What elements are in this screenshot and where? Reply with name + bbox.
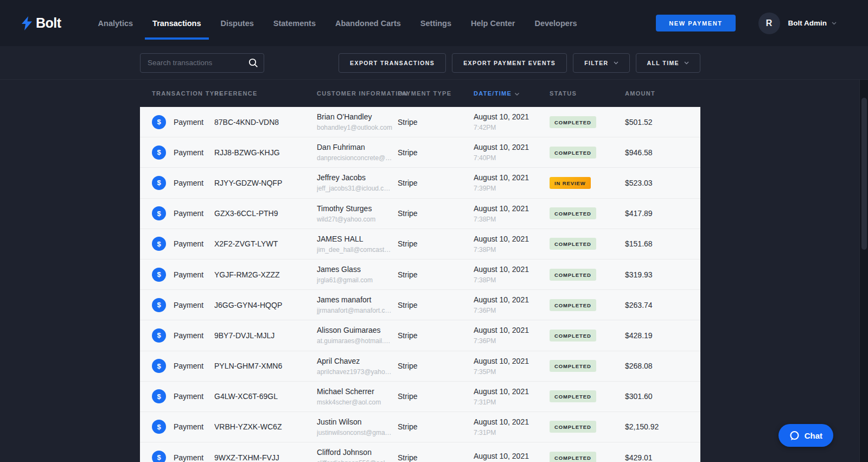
chevron-down-icon <box>684 61 689 65</box>
nav-item-statements[interactable]: Statements <box>273 0 316 46</box>
transaction-date: August 10, 2021 <box>474 326 544 334</box>
reference-code: RJYY-GDZW-NQFP <box>214 179 317 187</box>
transaction-date: August 10, 2021 <box>474 387 544 396</box>
status-badge: COMPLETED <box>550 360 596 372</box>
status-badge: IN REVIEW <box>550 177 591 189</box>
column-header-reference[interactable]: REFERENCE <box>214 90 317 97</box>
reference-code: X2F2-ZVGT-LYWT <box>214 239 317 248</box>
column-header-status[interactable]: STATUS <box>550 90 625 97</box>
customer-name: Alisson Guimaraes <box>317 326 392 334</box>
filter-button[interactable]: FILTER <box>573 53 629 73</box>
export-payment-events-button[interactable]: EXPORT PAYMENT EVENTS <box>452 53 567 73</box>
customer-email: bohandley1@outlook.com <box>317 124 392 131</box>
payment-dollar-icon: $ <box>152 328 166 343</box>
payment-dollar-icon: $ <box>152 389 166 403</box>
customer-email: jeff_jacobs31@icloud.com <box>317 185 392 192</box>
transaction-time: 7:42PM <box>474 124 544 131</box>
table-row[interactable]: $ Payment PYLN-GHM7-XMN6 April Chavez ap… <box>140 351 700 382</box>
scrollbar-thumb[interactable] <box>861 98 867 250</box>
chevron-down-icon <box>832 22 837 25</box>
amount: $151.68 <box>625 239 700 248</box>
sort-chevron-icon <box>515 93 519 96</box>
avatar[interactable]: R <box>758 12 780 34</box>
transaction-type: Payment <box>174 331 203 340</box>
status-badge: COMPLETED <box>550 299 596 311</box>
table-row[interactable]: $ Payment 9BY7-DVJL-MJLJ Alisson Guimara… <box>140 320 700 351</box>
transaction-date: August 10, 2021 <box>474 452 544 460</box>
customer-name: James manafort <box>317 295 392 304</box>
customer-name: Michael Scherrer <box>317 387 392 396</box>
reference-code: J6GG-GYN4-HQQP <box>214 301 317 309</box>
column-header-transaction-type[interactable]: TRANSACTION TYPE <box>152 90 214 97</box>
column-header-date-time[interactable]: DATE/TIME <box>474 90 550 97</box>
nav-item-settings[interactable]: Settings <box>420 0 451 46</box>
table-row[interactable]: $ Payment X2F2-ZVGT-LYWT JAMES HALL jim_… <box>140 229 700 260</box>
transaction-type: Payment <box>174 239 203 248</box>
column-header-payment-type[interactable]: PAYMENT TYPE <box>398 90 474 97</box>
customer-name: James Glass <box>317 265 392 274</box>
column-header-label: DATE/TIME <box>474 90 512 97</box>
status-badge: COMPLETED <box>550 238 596 250</box>
nav-item-developers[interactable]: Developers <box>534 0 577 46</box>
payment-type: Stripe <box>398 301 474 309</box>
payment-dollar-icon: $ <box>152 268 166 282</box>
nav-item-disputes[interactable]: Disputes <box>221 0 254 46</box>
status-badge: COMPLETED <box>550 421 596 433</box>
user-menu[interactable]: Bolt Admin <box>788 19 837 27</box>
all-time-button[interactable]: ALL TIME <box>636 53 700 73</box>
chat-button[interactable]: Chat <box>778 424 833 447</box>
reference-code: GZX3-6CCL-PTH9 <box>214 209 317 218</box>
search-box <box>140 53 264 73</box>
bolt-logo[interactable]: Bolt <box>22 15 61 31</box>
nav-item-transactions[interactable]: Transactions <box>152 0 201 46</box>
new-payment-button[interactable]: NEW PAYMENT <box>656 15 735 31</box>
nav-item-help-center[interactable]: Help Center <box>471 0 515 46</box>
customer-email: jjrmanafort@manafort.co... <box>317 307 392 314</box>
amount: $523.03 <box>625 179 700 187</box>
table-row[interactable]: $ Payment J6GG-GYN4-HQQP James manafort … <box>140 290 700 320</box>
payment-dollar-icon: $ <box>152 176 166 190</box>
reference-code: 9BY7-DVJL-MJLJ <box>214 331 317 340</box>
payment-type: Stripe <box>398 392 474 401</box>
payment-type: Stripe <box>398 362 474 370</box>
amount: $417.89 <box>625 209 700 218</box>
table-row[interactable]: $ Payment VRBH-YZXK-WC6Z Justin Wilson j… <box>140 412 700 442</box>
table-row[interactable]: $ Payment G4LW-XC6T-69GL Michael Scherre… <box>140 382 700 412</box>
reference-code: 87BC-4KND-VDN8 <box>214 118 317 126</box>
column-header-label: CUSTOMER INFORMATION <box>317 90 409 97</box>
table-row[interactable]: $ Payment RJYY-GDZW-NQFP Jeffrey Jacobs … <box>140 168 700 198</box>
search-input[interactable] <box>140 53 264 73</box>
customer-name: JAMES HALL <box>317 235 392 243</box>
transaction-date: August 10, 2021 <box>474 204 544 213</box>
table-row[interactable]: $ Payment GZX3-6CCL-PTH9 Timothy Sturges… <box>140 199 700 229</box>
amount: $263.74 <box>625 301 700 309</box>
column-header-amount[interactable]: AMOUNT <box>625 90 700 97</box>
search-icon[interactable] <box>248 58 258 68</box>
reference-code: RJJ8-BZWG-KHJG <box>214 148 317 157</box>
scrollbar[interactable] <box>859 80 868 462</box>
column-header-label: AMOUNT <box>625 90 655 97</box>
export-transactions-button[interactable]: EXPORT TRANSACTIONS <box>339 53 446 73</box>
table-row[interactable]: $ Payment YGJF-RM2G-XZZZ James Glass jrg… <box>140 260 700 290</box>
all-time-label: ALL TIME <box>647 60 679 66</box>
table-row[interactable]: $ Payment RJJ8-BZWG-KHJG Dan Fuhriman da… <box>140 137 700 168</box>
transaction-type: Payment <box>174 209 203 218</box>
transaction-type: Payment <box>174 179 203 187</box>
chat-bubble-icon <box>789 431 800 441</box>
transaction-type: Payment <box>174 270 203 279</box>
transaction-time: 7:31PM <box>474 398 544 406</box>
payment-type: Stripe <box>398 331 474 340</box>
payment-dollar-icon: $ <box>152 451 166 462</box>
nav-item-analytics[interactable]: Analytics <box>98 0 133 46</box>
status-badge: COMPLETED <box>550 390 596 402</box>
payment-type: Stripe <box>398 239 474 248</box>
transaction-date: August 10, 2021 <box>474 235 544 243</box>
transactions-page: Bolt AnalyticsTransactionsDisputesStatem… <box>0 0 868 462</box>
amount: $319.93 <box>625 270 700 279</box>
table-row[interactable]: $ Payment 9WXZ-TXHM-FVJJ Clifford Johnso… <box>140 442 700 462</box>
nav-item-abandoned-carts[interactable]: Abandoned Carts <box>335 0 401 46</box>
top-nav: Bolt AnalyticsTransactionsDisputesStatem… <box>0 0 868 46</box>
column-header-customer-information[interactable]: CUSTOMER INFORMATION <box>317 90 398 97</box>
table-row[interactable]: $ Payment 87BC-4KND-VDN8 Brian O'Handley… <box>140 107 700 137</box>
transaction-date: August 10, 2021 <box>474 417 544 426</box>
